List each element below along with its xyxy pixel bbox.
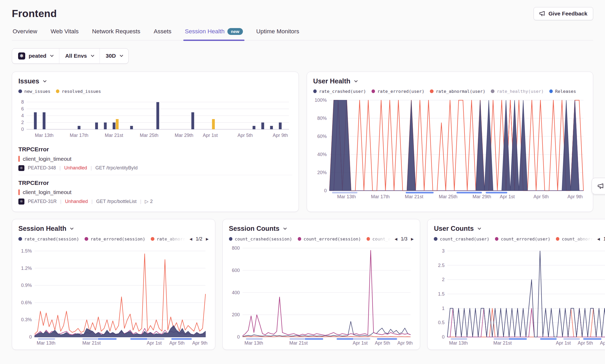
tab-uptime-monitors[interactable]: Uptime Monitors <box>255 28 300 40</box>
tab-assets[interactable]: Assets <box>153 28 172 40</box>
legend-item[interactable]: rate_crashed(user) <box>313 89 366 94</box>
project-selector[interactable]: ⚛ peated <box>12 49 59 63</box>
svg-text:0: 0 <box>237 334 240 340</box>
pager-prev-icon[interactable]: ◀ <box>395 237 397 241</box>
pager-prev-icon[interactable]: ◀ <box>597 237 600 241</box>
pager-next-icon[interactable]: ▶ <box>411 237 414 241</box>
legend-dot <box>434 237 437 241</box>
issue-short-id: PEATED-31R <box>28 199 57 204</box>
page-title: Frontend <box>12 8 57 19</box>
svg-text:0: 0 <box>324 188 327 193</box>
legend-dot <box>313 89 317 93</box>
divider: | <box>60 199 61 204</box>
pager-prev-icon[interactable]: ◀ <box>190 237 192 241</box>
date-range-selector[interactable]: 30D <box>100 49 128 63</box>
issue-meta: ⚛ PEATED-348 | Unhandled | GET /trpc/ent… <box>18 165 292 171</box>
svg-text:40%: 40% <box>317 152 327 157</box>
tab-label: Assets <box>154 28 171 35</box>
legend-item[interactable]: count_crashed(session) <box>229 237 292 242</box>
project-selector-value: peated <box>29 53 46 59</box>
svg-text:3: 3 <box>442 248 445 253</box>
legend-dot <box>495 237 499 241</box>
tab-label: Web Vitals <box>51 28 79 35</box>
svg-text:Mar 13th: Mar 13th <box>244 340 263 345</box>
tab-web-vitals[interactable]: Web Vitals <box>50 28 80 40</box>
pager-next-icon[interactable]: ▶ <box>206 237 208 241</box>
replay-count[interactable]: ▷ 2 <box>145 199 153 204</box>
legend-item[interactable]: count_errored(user) <box>495 237 550 242</box>
issue-unhandled-tag: Unhandled <box>64 165 87 171</box>
legend-item[interactable]: rate_healthy(user) <box>491 89 544 94</box>
session-health-chart[interactable]: 00.3%0.6%0.9%1.2%1.5%Mar 13thMar 21stApr… <box>18 245 209 346</box>
environment-selector[interactable]: All Envs <box>59 49 100 63</box>
issues-bar-chart[interactable]: 02468Mar 13thMar 17thMar 21stMar 25thMar… <box>18 96 292 139</box>
svg-text:Apr 5th: Apr 5th <box>533 194 549 199</box>
legend-item[interactable]: rate_crashed(session) <box>18 237 79 242</box>
project-platform-icon: ⚛ <box>18 165 24 171</box>
legend-item[interactable]: count_crashed(user) <box>434 237 489 242</box>
megaphone-icon <box>539 11 545 17</box>
user-health-chart[interactable]: 020%40%60%80%100%Mar 13thMar 17thMar 21s… <box>313 97 587 200</box>
user-health-panel: User Health rate_crashed(user)rate_error… <box>307 72 593 212</box>
issue-row[interactable]: TRPCError client_login_timeout ⚛ PEATED-… <box>18 175 292 208</box>
svg-text:8: 8 <box>21 99 24 105</box>
play-icon: ▷ <box>145 199 149 204</box>
tab-network-requests[interactable]: Network Requests <box>91 28 141 40</box>
svg-text:Apr 1st: Apr 1st <box>203 132 218 138</box>
legend-dot <box>18 237 22 241</box>
legend-dot <box>556 237 560 241</box>
svg-text:Mar 17th: Mar 17th <box>70 132 88 138</box>
svg-text:200: 200 <box>232 312 240 317</box>
issue-culprit-text: client_login_timeout <box>23 156 72 162</box>
legend-item[interactable]: count_a <box>367 237 391 242</box>
project-platform-icon: ⚛ <box>18 199 24 205</box>
issue-unhandled-tag: Unhandled <box>65 199 88 204</box>
floating-feedback-button[interactable] <box>592 178 605 194</box>
user-counts-chart[interactable]: 00.511.522.53Mar 13thMar 21stApr 1stApr … <box>434 245 605 346</box>
chevron-down-icon[interactable] <box>43 79 46 82</box>
panel-title: User Health <box>313 77 351 85</box>
svg-text:Apr 5th: Apr 5th <box>375 340 390 345</box>
tab-overview[interactable]: Overview <box>12 28 38 40</box>
legend-dot <box>229 237 233 241</box>
legend-item[interactable]: count_abnorr <box>556 237 593 242</box>
tab-session-health[interactable]: Session Health new <box>184 28 244 40</box>
svg-text:0.5: 0.5 <box>438 320 445 325</box>
legend-item[interactable]: rate_errored(user) <box>372 89 424 94</box>
svg-text:Mar 21st: Mar 21st <box>493 340 512 345</box>
legend-item[interactable]: resolved_issues <box>56 89 101 94</box>
svg-text:2: 2 <box>21 120 24 125</box>
issue-row[interactable]: TRPCError client_login_timeout ⚛ PEATED-… <box>18 142 292 175</box>
divider: | <box>140 199 141 204</box>
legend-dot <box>151 237 154 241</box>
chevron-down-icon[interactable] <box>283 226 287 230</box>
chevron-down-icon[interactable] <box>70 226 74 230</box>
legend-dot <box>18 89 22 93</box>
chevron-down-icon <box>91 53 94 57</box>
divider: | <box>91 165 92 171</box>
chevron-down-icon[interactable] <box>354 79 358 82</box>
legend-item[interactable]: rate_abnorr <box>151 237 185 242</box>
issue-short-id: PEATED-348 <box>28 165 56 171</box>
legend-item[interactable]: Releases <box>549 89 576 94</box>
session-counts-chart[interactable]: 0200400600800Mar 13thMar 21stApr 1stApr … <box>229 245 414 346</box>
legend-item[interactable]: rate_errored(session) <box>85 237 145 242</box>
svg-text:0: 0 <box>29 334 32 340</box>
chevron-down-icon[interactable] <box>478 226 481 230</box>
panel-title: Session Health <box>18 225 66 232</box>
legend-dot <box>367 237 370 241</box>
legend-item[interactable]: rate_abnormal(user) <box>430 89 485 94</box>
issue-title[interactable]: TRPCError <box>18 146 292 153</box>
legend-pager: ◀ 1/3 ▶ <box>395 236 414 242</box>
issue-title[interactable]: TRPCError <box>18 180 292 186</box>
svg-text:Mar 13th: Mar 13th <box>449 340 468 345</box>
legend-item[interactable]: count_errored(session) <box>298 237 361 242</box>
svg-text:Apr 1st: Apr 1st <box>147 340 162 345</box>
svg-text:Apr 5th: Apr 5th <box>238 132 253 138</box>
svg-text:Mar 29th: Mar 29th <box>175 132 193 138</box>
svg-text:800: 800 <box>232 245 240 251</box>
replay-count-value: 2 <box>150 199 153 204</box>
legend-item[interactable]: new_issues <box>18 89 50 94</box>
svg-text:60%: 60% <box>317 134 327 139</box>
give-feedback-button[interactable]: Give Feedback <box>534 7 593 20</box>
